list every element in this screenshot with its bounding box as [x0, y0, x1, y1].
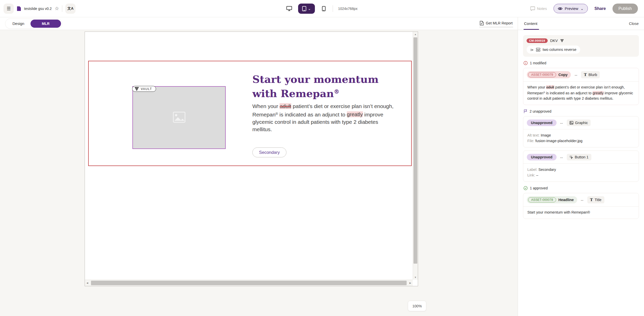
preview-button[interactable]: Preview ⌄ [554, 4, 588, 13]
phone-icon [322, 6, 326, 11]
asset-tag: ASSET-000078 Headline [527, 196, 577, 203]
translate-button[interactable]: 文A [65, 4, 75, 14]
label-field: Label: Secondary [527, 167, 635, 172]
modified-diff-text: When your adult patient’s diet or exerci… [523, 82, 639, 105]
vertical-scrollbar[interactable]: ▲ ▼ [413, 32, 418, 280]
asset-name: Headline [558, 198, 574, 202]
target-label: Graphic [575, 121, 588, 125]
slide-secondary-button[interactable]: Secondary [252, 147, 286, 157]
pdf-file-icon [480, 21, 484, 25]
approved-text: Start your momentum with Remepan® [523, 207, 639, 219]
asset-id-badge: ASSET-000078 [528, 197, 556, 202]
target-label: Blurb [589, 73, 597, 77]
notes-label: Notes [537, 6, 547, 11]
module-id-badge: CM-000019 [527, 38, 548, 43]
horizontal-scroll-thumb[interactable] [91, 281, 407, 285]
modified-count: 1 modified [530, 61, 546, 65]
approved-headline-card[interactable]: ASSET-000078 Headline ↔ T Title Start yo… [523, 193, 639, 219]
editor-toolbar: Design MLR Get MLR Report [0, 17, 518, 30]
close-panel-button[interactable]: Close [629, 21, 639, 26]
image-placeholder[interactable]: VAULT [132, 86, 226, 149]
phone-device-button[interactable] [318, 4, 329, 14]
layout-name: two columns reverse [543, 48, 576, 52]
favorite-star-icon[interactable]: ☆ [55, 6, 59, 11]
tablet-device-button[interactable]: ⌄ [298, 4, 315, 14]
panel-header: Content Close [518, 17, 644, 30]
divider [333, 5, 333, 12]
translate-icon: 文A [67, 6, 73, 11]
vertical-scroll-thumb[interactable] [413, 37, 417, 264]
flag-icon [524, 109, 527, 113]
modified-section-header: 1 modified [524, 61, 639, 65]
two-columns-icon [536, 48, 540, 52]
share-button[interactable]: Share [594, 6, 606, 11]
slide-headline[interactable]: Start your momentum with Remepan® [252, 73, 391, 100]
asset-id-badge: ASSET-000079 [528, 72, 556, 77]
notes-toggle[interactable]: Notes [530, 6, 547, 11]
mapping-arrow-icon: ↔ [574, 72, 578, 77]
hamburger-icon: ☰ [7, 6, 11, 11]
scroll-up-icon[interactable]: ▲ [414, 33, 417, 36]
preview-label: Preview [565, 6, 578, 11]
artboard-dimensions: 1024x768px [338, 7, 357, 11]
scroll-right-icon[interactable]: ▶ [409, 282, 411, 284]
layout-selector[interactable]: two columns reverse [527, 46, 580, 54]
scroll-left-icon[interactable]: ◀ [86, 282, 88, 284]
unapproved-button-card[interactable]: Unapproved ↔ Button 1 Label: Secondary L… [523, 151, 639, 182]
target-label: Button 1 [575, 155, 589, 159]
target-chip: T Blurb [581, 71, 600, 78]
module-card: CM-000019 DKV two columns reverse [523, 35, 639, 57]
publish-button[interactable]: Publish [612, 4, 638, 14]
nested-arrow-icon [530, 48, 534, 51]
artboard-content: VAULT Start your momentum with Remepan® … [85, 32, 413, 280]
text-icon: T [584, 72, 587, 77]
unapproved-graphic-card[interactable]: Unapproved ↔ Graphic Alt text: Image Fil… [523, 116, 639, 147]
divider [62, 5, 62, 12]
document-icon [17, 6, 21, 11]
vault-logo-icon [560, 39, 564, 42]
alt-text-field: Alt text: Image [527, 132, 635, 138]
click-icon [570, 155, 573, 159]
artboard-frame: VAULT Start your momentum with Remepan® … [85, 32, 418, 286]
status-badge: Unapproved [527, 119, 557, 126]
hamburger-menu-button[interactable]: ☰ [4, 4, 14, 14]
get-mlr-report-button[interactable]: Get MLR Report [479, 20, 513, 27]
app-header: ☰ testslide gsu v0.2 ☆ 文A ⌄ 1024x768px [0, 0, 644, 17]
check-circle-icon [524, 186, 528, 190]
mapping-arrow-icon: ↔ [560, 155, 564, 159]
desktop-device-button[interactable] [284, 4, 295, 14]
mapping-arrow-icon: ↔ [580, 198, 584, 202]
tab-content[interactable]: Content [524, 17, 538, 30]
module-name: DKV [550, 39, 558, 43]
target-chip: Button 1 [567, 154, 591, 160]
horizontal-scrollbar[interactable]: ◀ ▶ [85, 280, 413, 286]
vault-badge-label: VAULT [141, 87, 152, 91]
eye-icon [558, 7, 562, 10]
target-chip: Graphic [567, 119, 591, 126]
zoom-level-indicator[interactable]: 100% [408, 301, 426, 311]
notes-icon [530, 6, 535, 11]
slide-body-copy[interactable]: When your adult patient’s diet or exerci… [252, 102, 396, 133]
target-chip: T Title [587, 196, 604, 203]
file-field: File: fusion-image-placeholder.jpg [527, 138, 635, 144]
mode-switcher: Design MLR [5, 19, 62, 29]
content-review-panel: Content Close CM-000019 DKV [518, 17, 644, 316]
tab-mlr[interactable]: MLR [30, 20, 61, 28]
tablet-icon [302, 6, 306, 11]
get-mlr-report-label: Get MLR Report [486, 21, 513, 25]
mlr-flagged-section[interactable]: VAULT Start your momentum with Remepan® … [88, 61, 412, 166]
approved-section-header: 1 approved [524, 186, 639, 190]
document-title: testslide gsu v0.2 [24, 7, 52, 11]
target-label: Title [595, 198, 602, 202]
link-field: Link: – [527, 172, 635, 178]
vault-logo-icon [135, 87, 139, 91]
status-badge: Unapproved [527, 154, 557, 160]
asset-name: Copy [558, 73, 568, 77]
approved-count: 1 approved [530, 186, 548, 190]
modified-asset-card[interactable]: ASSET-000079 Copy ↔ T Blurb When your ad… [523, 68, 639, 105]
asset-tag: ASSET-000079 Copy [527, 71, 571, 78]
tab-design[interactable]: Design [6, 21, 30, 26]
scroll-down-icon[interactable]: ▼ [414, 276, 417, 279]
monitor-icon [286, 6, 292, 11]
vault-source-badge[interactable]: VAULT [132, 86, 156, 92]
